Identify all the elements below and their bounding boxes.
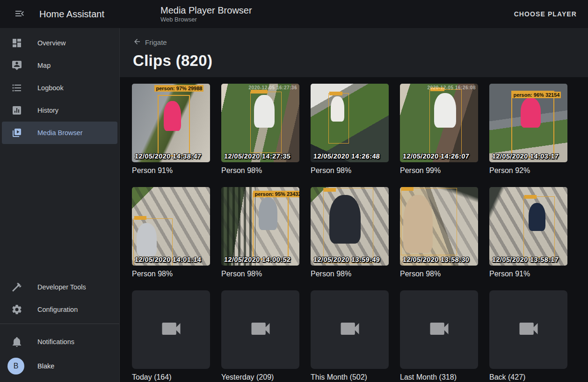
clip-card[interactable]: 12/05/2020 13:58:30 Person 98% xyxy=(400,187,478,278)
sidebar-item-configuration[interactable]: Configuration xyxy=(2,298,117,321)
bell-icon xyxy=(11,336,22,347)
top-app-bar: Home Assistant Media Player Browser Web … xyxy=(0,0,588,28)
clip-timestamp-overlay: 12/05/2020 14:00:52 xyxy=(224,256,291,263)
hammer-icon xyxy=(11,281,22,293)
user-name: Blake xyxy=(37,362,54,370)
sidebar-item-map[interactable]: Map xyxy=(2,54,117,77)
camera-osd-timestamp: 2020-12-05 16:27:36 xyxy=(249,85,297,90)
folder-tile[interactable] xyxy=(489,290,567,369)
detection-bounding-box xyxy=(429,89,461,157)
detection-label: person: 96% 32154 xyxy=(512,92,561,98)
menu-open-icon xyxy=(14,8,25,21)
sidebar-item-user-profile[interactable]: B Blake xyxy=(2,353,117,379)
folder-tile[interactable] xyxy=(132,290,210,369)
detection-label: person: 97% 29988 xyxy=(154,85,203,92)
camera-osd-timestamp: 2020-12-05 16:26:08 xyxy=(428,85,476,90)
clip-caption: Person 98% xyxy=(311,166,389,175)
folder-tile[interactable] xyxy=(400,290,478,369)
detection-label xyxy=(401,187,414,191)
clip-timestamp-overlay: 12/05/2020 13:58:17 xyxy=(492,256,559,263)
clip-caption: Person 98% xyxy=(221,270,299,278)
clip-caption: Person 99% xyxy=(400,166,478,175)
clip-card[interactable]: 12/05/2020 14:01:14 Person 98% xyxy=(132,187,210,278)
clip-card[interactable]: 12/05/2020 13:59:49 Person 98% xyxy=(311,187,389,278)
sidebar-item-media-browser[interactable]: Media Browser xyxy=(2,122,117,144)
clip-thumbnail[interactable]: 2020-12-05 16:27:36 12/05/2020 14:27:35 xyxy=(221,84,299,162)
folder-card-today[interactable]: Today (164) xyxy=(132,290,210,382)
sidebar-item-label: Notifications xyxy=(37,338,74,346)
clip-thumbnail[interactable]: 12/05/2020 13:58:17 xyxy=(489,187,567,266)
folder-tile[interactable] xyxy=(221,290,299,369)
sidebar-header: Home Assistant xyxy=(0,4,120,24)
sidebar-divider xyxy=(0,324,119,324)
avatar: B xyxy=(7,358,24,375)
clip-card[interactable]: 12/05/2020 13:58:17 Person 91% xyxy=(489,187,567,278)
video-camera-icon xyxy=(427,317,451,343)
clip-timestamp-overlay: 12/05/2020 14:26:07 xyxy=(402,152,470,160)
page-heading: Clips (820) xyxy=(133,52,575,70)
clip-thumbnail[interactable]: 12/05/2020 13:59:49 xyxy=(311,187,389,266)
clip-caption: Person 91% xyxy=(489,270,567,278)
clip-card[interactable]: person: 97% 29988 12/05/2020 14:38:47 Pe… xyxy=(132,84,210,175)
sidebar-item-overview[interactable]: Overview xyxy=(2,32,117,54)
sidebar-toggle-button[interactable] xyxy=(9,4,30,24)
app-title: Home Assistant xyxy=(39,9,104,20)
chart-box-icon xyxy=(11,105,22,116)
sidebar-item-developer-tools[interactable]: Developer Tools xyxy=(2,276,117,298)
sidebar-item-history[interactable]: History xyxy=(2,99,117,122)
clip-thumbnail[interactable]: person: 95% 23432 12/05/2020 14:00:52 xyxy=(221,187,299,266)
sidebar-item-label: Map xyxy=(37,62,51,69)
page-title: Media Player Browser xyxy=(160,5,252,16)
folder-tile[interactable] xyxy=(311,290,389,369)
folder-caption: Back (427) xyxy=(489,373,567,382)
video-camera-icon xyxy=(159,317,183,343)
clip-timestamp-overlay: 12/05/2020 14:26:48 xyxy=(313,152,380,160)
detection-label xyxy=(134,216,146,220)
sidebar-item-logbook[interactable]: Logbook xyxy=(2,77,117,99)
breadcrumb-label: Frigate xyxy=(145,38,167,46)
folder-card-last-month[interactable]: Last Month (318) xyxy=(400,290,478,382)
clip-card[interactable]: 2020-12-05 16:26:08 12/05/2020 14:26:07 … xyxy=(400,84,478,175)
sidebar-item-label: Developer Tools xyxy=(37,283,86,291)
detection-bounding-box xyxy=(158,95,189,156)
clip-thumbnail[interactable]: person: 97% 29988 12/05/2020 14:38:47 xyxy=(132,84,210,162)
clip-thumbnail[interactable]: 2020-12-05 16:26:08 12/05/2020 14:26:07 xyxy=(400,84,478,162)
breadcrumb-back[interactable]: Frigate xyxy=(133,37,167,47)
clip-thumbnail[interactable]: 12/05/2020 14:26:48 xyxy=(311,84,389,162)
folder-card-back[interactable]: Back (427) xyxy=(489,290,567,382)
page-subtitle: Web Browser xyxy=(160,16,252,23)
clip-timestamp-overlay: 12/05/2020 14:03:17 xyxy=(492,152,559,160)
clip-card[interactable]: person: 96% 32154 12/05/2020 14:03:17 Pe… xyxy=(489,84,567,175)
detection-label xyxy=(524,195,537,199)
choose-player-button[interactable]: CHOOSE PLAYER xyxy=(507,6,584,22)
detection-bounding-box xyxy=(323,188,373,263)
clip-timestamp-overlay: 12/05/2020 13:58:30 xyxy=(402,256,470,263)
clip-timestamp-overlay: 12/05/2020 14:38:47 xyxy=(134,152,202,160)
clip-thumbnail[interactable]: 12/05/2020 13:58:30 xyxy=(400,187,478,266)
detection-bounding-box xyxy=(250,92,282,153)
folder-card-yesterday[interactable]: Yesterday (209) xyxy=(221,290,299,382)
sidebar-item-label: History xyxy=(37,107,58,114)
clip-card[interactable]: 2020-12-05 16:27:36 12/05/2020 14:27:35 … xyxy=(221,84,299,175)
clip-thumbnail[interactable]: person: 96% 32154 12/05/2020 14:03:17 xyxy=(489,84,567,162)
clip-caption: Person 98% xyxy=(221,166,299,175)
sidebar-item-label: Configuration xyxy=(37,306,78,313)
detection-label: person: 95% 23432 xyxy=(253,191,299,197)
clip-card[interactable]: 12/05/2020 14:26:48 Person 98% xyxy=(311,84,389,175)
folder-caption: Last Month (318) xyxy=(400,373,478,382)
folder-caption: This Month (502) xyxy=(311,373,389,382)
sidebar-item-notifications[interactable]: Notifications xyxy=(2,331,117,353)
video-camera-icon xyxy=(338,317,362,343)
list-icon xyxy=(11,82,22,94)
sidebar-item-label: Media Browser xyxy=(37,129,83,137)
detection-bounding-box xyxy=(511,91,554,158)
media-browser-header: Frigate Clips (820) xyxy=(120,28,588,77)
clip-caption: Person 91% xyxy=(132,166,210,175)
clip-thumbnail[interactable]: 12/05/2020 14:01:14 xyxy=(132,187,210,266)
sidebar: Overview Map Logbook History Media Brows… xyxy=(0,28,120,382)
folder-card-this-month[interactable]: This Month (502) xyxy=(311,290,389,382)
play-box-multiple-icon xyxy=(11,127,22,138)
clip-card[interactable]: person: 95% 23432 12/05/2020 14:00:52 Pe… xyxy=(221,187,299,278)
account-tooltip-icon xyxy=(11,60,22,71)
gear-icon xyxy=(11,304,22,315)
